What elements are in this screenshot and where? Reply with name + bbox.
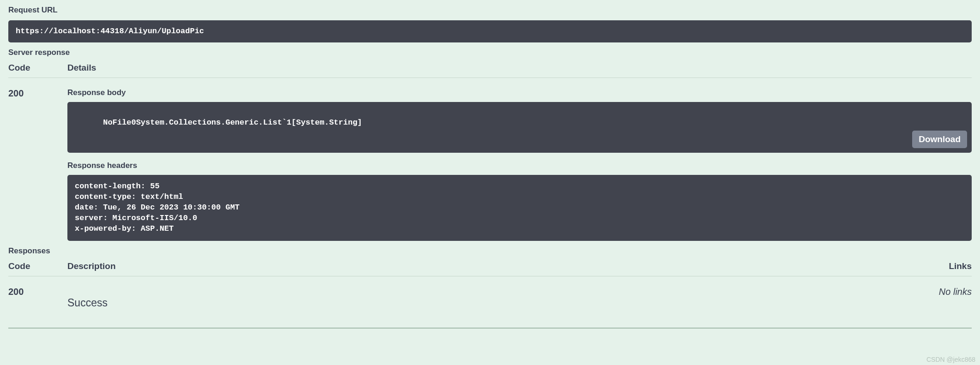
request-url-value[interactable]: https://localhost:44318/Aliyun/UploadPic (8, 20, 972, 42)
response-headers-block[interactable]: content-length: 55 content-type: text/ht… (67, 175, 972, 241)
response-body-label: Response body (67, 88, 972, 97)
responses-label: Responses (8, 246, 972, 256)
responses-row-details: Success (67, 287, 898, 309)
responses-row-code: 200 (8, 287, 67, 297)
response-details: Response body NoFile0System.Collections.… (67, 88, 972, 240)
server-response-header-row: Code Details (8, 63, 972, 78)
status-code: 200 (8, 88, 67, 99)
response-body-block[interactable]: NoFile0System.Collections.Generic.List`1… (67, 102, 972, 153)
server-response-row: 200 Response body NoFile0System.Collecti… (8, 88, 972, 240)
server-response-label: Server response (8, 48, 972, 57)
col-header-code: Code (8, 63, 67, 73)
col-header-links: Links (898, 261, 972, 271)
responses-row: 200 Success No links (8, 287, 972, 309)
responses-header-row: Code Description Links (8, 261, 972, 276)
response-headers-label: Response headers (67, 161, 972, 170)
col-header-code-2: Code (8, 261, 67, 271)
footer-divider (8, 328, 972, 329)
col-header-description: Description (67, 261, 898, 271)
request-url-label: Request URL (8, 6, 972, 15)
response-body-text: NoFile0System.Collections.Generic.List`1… (103, 118, 362, 127)
download-button[interactable]: Download (912, 131, 967, 148)
responses-row-description: Success (67, 297, 898, 309)
responses-row-links: No links (898, 287, 972, 297)
col-header-details: Details (67, 63, 972, 73)
